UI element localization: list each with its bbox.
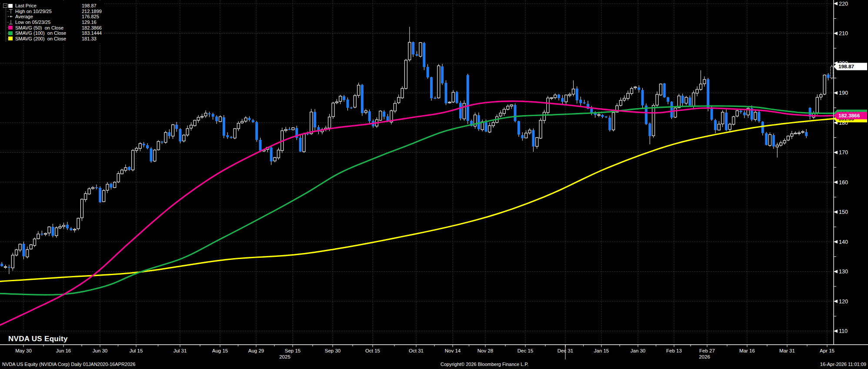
legend-row[interactable]: SMAVG (100) on Close183.1444: [3, 30, 102, 36]
candle-body: [674, 108, 677, 117]
candle-body: [805, 132, 808, 136]
candle-body: [456, 92, 458, 103]
legend-swatch: [8, 31, 15, 35]
candle-body: [630, 88, 633, 93]
candle-body: [48, 227, 50, 233]
legend-row[interactable]: SMAVG (50) on Close182.3866: [3, 25, 102, 30]
candle-body: [237, 123, 240, 129]
candle-body: [310, 112, 313, 134]
candle-body: [794, 133, 797, 134]
legend-tree-stub: [3, 36, 8, 42]
candle-body: [558, 95, 560, 98]
legend-label: Last Price: [15, 3, 82, 8]
candle-body: [783, 140, 786, 143]
legend-tree-stub: [3, 20, 8, 25]
x-tick-label: Aug 29: [248, 348, 264, 353]
svg-text:110: 110: [839, 328, 848, 334]
legend-row[interactable]: −Last Price198.87: [3, 3, 102, 9]
candle-body: [114, 182, 116, 187]
candle-body: [51, 227, 54, 236]
candle-body: [707, 79, 709, 108]
x-tick-label: Jun 16: [56, 348, 71, 353]
candle-body: [539, 120, 542, 138]
candle-body: [314, 112, 316, 128]
candle-body: [725, 113, 728, 130]
candle-body: [201, 116, 204, 117]
candle-body: [692, 93, 695, 106]
candle-body: [15, 250, 18, 255]
candle-body: [92, 187, 94, 189]
candle-body: [732, 117, 735, 125]
legend-row[interactable]: Low on 05/23/25129.16: [3, 20, 102, 25]
candle-body: [791, 134, 793, 136]
x-tick-label: Nov 28: [477, 348, 493, 353]
candle-body: [40, 234, 43, 235]
candle-body: [80, 199, 83, 218]
candle-body: [663, 83, 666, 97]
candle-body: [787, 136, 789, 140]
legend-label: SMAVG (100) on Close: [15, 30, 82, 36]
candle-body: [161, 142, 164, 143]
candle-body: [772, 135, 775, 146]
candle-body: [565, 95, 568, 102]
candle-body: [437, 66, 440, 98]
candle-body: [601, 115, 604, 117]
candle-body: [172, 125, 174, 136]
svg-text:210: 210: [839, 30, 848, 37]
svg-text:130: 130: [839, 269, 848, 275]
svg-text:190: 190: [839, 90, 848, 96]
candle-body: [164, 133, 167, 143]
candle-body: [183, 135, 185, 141]
svg-text:170: 170: [839, 150, 848, 156]
candle-body: [412, 42, 414, 54]
candle-body: [0, 264, 3, 266]
candle-body: [416, 54, 418, 56]
candle-body: [776, 145, 778, 147]
candle-body: [8, 267, 10, 268]
candle-body: [831, 66, 833, 78]
legend-collapse-icon[interactable]: −: [3, 3, 8, 9]
candle-body: [350, 107, 353, 108]
price-tag-value: 182.3866: [838, 113, 860, 119]
candle-body: [154, 150, 156, 161]
candle-body: [536, 138, 538, 146]
candle-body: [343, 96, 345, 100]
legend-value: 176.825: [82, 14, 99, 19]
candle-body: [394, 103, 396, 111]
legend-row[interactable]: SMAVG (200) on Close181.33: [3, 36, 102, 42]
candle-body: [688, 97, 691, 105]
legend-swatch: [8, 4, 15, 8]
footer-security-description: NVDA US Equity (NVIDIA Corp) Daily 01JAN…: [2, 362, 135, 367]
candle-body: [401, 88, 404, 98]
price-tag-value: 198.87: [838, 63, 855, 70]
footer-timestamp: 16-Apr-2026 11:01:09: [820, 362, 866, 367]
candle-body: [576, 89, 578, 100]
legend-label: High on 10/29/25: [15, 9, 82, 14]
candle-body: [335, 102, 338, 103]
candle-body: [197, 117, 200, 120]
legend-value: 212.1899: [82, 9, 102, 14]
candle-body: [277, 150, 280, 158]
svg-text:140: 140: [839, 239, 848, 245]
candle-body: [703, 80, 706, 84]
legend-row[interactable]: Average176.825: [3, 14, 102, 20]
candle-body: [448, 102, 451, 103]
svg-text:150: 150: [839, 209, 848, 215]
candle-body: [492, 123, 494, 126]
price-chart-canvas[interactable]: 220210200190180170160150140130120110May …: [0, 0, 868, 369]
candle-body: [441, 66, 444, 83]
candle-body: [798, 133, 801, 134]
x-tick-label: Jan 30: [631, 348, 646, 353]
candle-body: [627, 93, 629, 99]
legend-row[interactable]: High on 10/29/25212.1899: [3, 9, 102, 14]
candle-body: [638, 87, 640, 90]
candle-body: [59, 226, 61, 228]
candle-body: [33, 239, 36, 246]
candle-body: [671, 102, 673, 118]
candle-body: [215, 116, 218, 121]
candle-body: [700, 84, 702, 90]
candle-body: [37, 234, 40, 239]
candle-body: [55, 228, 58, 236]
candle-body: [99, 188, 101, 202]
svg-text:160: 160: [839, 180, 848, 186]
